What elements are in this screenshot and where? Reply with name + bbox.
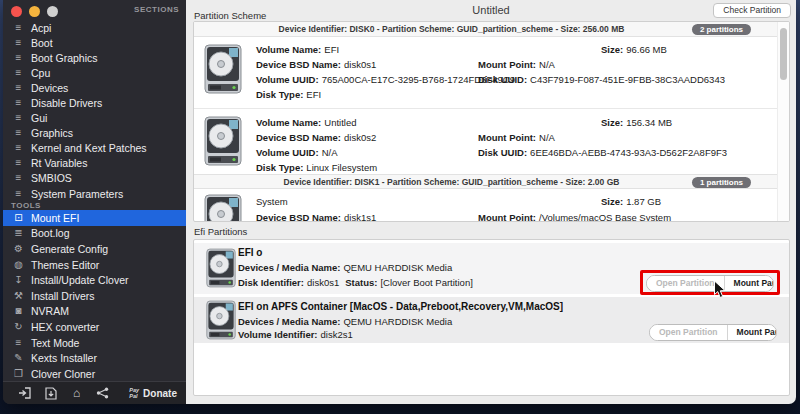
- disk-identifier-field: Disk Identifier:disk0s1Status:[Clover Bo…: [238, 277, 473, 288]
- sidebar-item-label: Kernel and Kext Patches: [31, 142, 147, 154]
- list-icon: ≡: [12, 53, 25, 63]
- sidebar-item-boot[interactable]: ≡Boot: [3, 35, 186, 50]
- sidebar-item-mount-efi[interactable]: ⊡Mount EFI: [3, 210, 186, 226]
- field-label: Mount Point:: [478, 132, 536, 143]
- desktop: SECTIONS ≡Acpi ≡Boot ≡Boot Graphics ≡Cpu…: [0, 0, 800, 414]
- field-value: N/A: [322, 147, 338, 158]
- field-label: Volume Name:: [256, 44, 321, 55]
- sections-list: ≡Acpi ≡Boot ≡Boot Graphics ≡Cpu ≡Devices…: [3, 20, 186, 201]
- export-document-icon[interactable]: [38, 387, 64, 400]
- sidebar-item-generate-config[interactable]: ⚙Generate Config: [3, 241, 186, 257]
- field-value: C43F7919-F087-451E-9FBB-38C3AADD6343: [530, 74, 725, 85]
- sidebar-item-install-update-clover[interactable]: ↧Install/Update Clover: [3, 272, 186, 288]
- share-icon[interactable]: [89, 387, 115, 399]
- donate-button[interactable]: Donate: [143, 388, 177, 399]
- sidebar-item-label: Cpu: [31, 67, 50, 79]
- bsd-name-field: Device BSD Name:disk0s1: [256, 59, 376, 70]
- scrollbar[interactable]: [777, 22, 789, 221]
- import-icon[interactable]: [12, 387, 38, 399]
- mount-partition-button[interactable]: Mount Partition: [727, 325, 777, 340]
- field-label: Mount Point:: [478, 212, 536, 222]
- paypal-logo[interactable]: Pay Pal: [129, 387, 139, 399]
- field-value: N/A: [539, 59, 555, 70]
- hard-disk-icon: [204, 194, 242, 222]
- sidebar-item-label: Install/Update Clover: [31, 274, 128, 286]
- field-value: disk0s1: [307, 277, 339, 288]
- scrollbar-thumb[interactable]: [780, 28, 787, 80]
- sidebar-item-install-drivers[interactable]: ⚒Install Drivers: [3, 288, 186, 304]
- window-controls: [11, 6, 58, 17]
- field-label: Device BSD Name:: [256, 212, 341, 222]
- sidebar-item-hex-converter[interactable]: ↻HEX converter: [3, 319, 186, 335]
- tools-list: ⊡Mount EFI ≣Boot.log ⚙Generate Config ◍T…: [3, 210, 186, 382]
- sidebar-item-label: NVRAM: [31, 305, 69, 317]
- sidebar-item-gui[interactable]: ≡Gui: [3, 111, 186, 126]
- field-value: /Volumes/macOS Base System: [539, 212, 671, 222]
- home-icon[interactable]: ⌂: [64, 387, 90, 399]
- field-value: Untitled: [324, 117, 356, 128]
- sidebar-item-label: Acpi: [31, 22, 51, 34]
- sidebar-item-label: Text Mode: [31, 337, 79, 349]
- sidebar-item-label: Generate Config: [31, 243, 108, 255]
- sidebar-item-boot-graphics[interactable]: ≡Boot Graphics: [3, 50, 186, 65]
- field-value: Linux Filesystem: [306, 162, 377, 173]
- disk-header-text: Device Identifier: DISK1 - Partition Sch…: [194, 177, 709, 187]
- mount-point-field: Mount Point:/Volumes/macOS Base System: [478, 212, 671, 222]
- efi-partitions-label: Efi Partitions: [194, 226, 247, 237]
- sidebar-item-kernel-kext-patches[interactable]: ≡Kernel and Kext Patches: [3, 141, 186, 156]
- volume-name-field: Volume Name:EFI: [256, 44, 339, 55]
- disk-header-text: Device Identifier: DISK0 - Partition Sch…: [194, 24, 709, 34]
- field-label: Volume UUID:: [256, 74, 319, 85]
- field-value: disk1s1: [344, 212, 376, 222]
- check-partition-button[interactable]: Check Partition: [713, 3, 791, 18]
- field-label: Volume Identifier:: [238, 329, 318, 340]
- efi-partition-title: EFI o: [238, 247, 262, 258]
- field-value: 6EE46BDA-AEBB-4743-93A3-D562F2A8F9F3: [530, 147, 727, 158]
- app-window: SECTIONS ≡Acpi ≡Boot ≡Boot Graphics ≡Cpu…: [3, 0, 796, 404]
- media-name-field: Devices / Media Name:QEMU HARDDISK Media: [238, 316, 452, 327]
- field-value: disk0s2: [344, 132, 376, 143]
- sidebar-item-disable-drivers[interactable]: ≡Disable Drivers: [3, 95, 186, 110]
- sidebar-item-nvram[interactable]: ◙NVRAM: [3, 304, 186, 320]
- field-value: QEMU HARDDISK Media: [343, 262, 452, 273]
- sidebar-item-cpu[interactable]: ≡Cpu: [3, 65, 186, 80]
- sidebar: SECTIONS ≡Acpi ≡Boot ≡Boot Graphics ≡Cpu…: [3, 0, 186, 404]
- field-value: 1.87 GB: [626, 196, 661, 207]
- field-label: Size:: [601, 44, 623, 55]
- zoom-button[interactable]: [47, 6, 58, 17]
- hard-disk-icon: [206, 300, 236, 340]
- field-label: Device BSD Name:: [256, 132, 341, 143]
- sidebar-item-kexts-installer[interactable]: ✎Kexts Installer: [3, 350, 186, 366]
- field-value: EFI: [306, 89, 321, 100]
- sidebar-item-boot-log[interactable]: ≣Boot.log: [3, 226, 186, 242]
- list-icon: ≡: [12, 143, 25, 153]
- field-value: 156.34 MB: [626, 117, 672, 128]
- efi-partitions-panel: EFI o Devices / Media Name:QEMU HARDDISK…: [193, 239, 790, 396]
- sidebar-item-graphics[interactable]: ≡Graphics: [3, 126, 186, 141]
- size-field: Size:1.87 GB: [601, 196, 661, 207]
- close-button[interactable]: [11, 6, 22, 17]
- partition-scheme-label: Partition Scheme: [194, 10, 266, 21]
- log-icon: ≣: [12, 228, 25, 238]
- sidebar-item-text-mode[interactable]: ≡Text Mode: [3, 335, 186, 351]
- sidebar-item-label: Install Drivers: [31, 290, 95, 302]
- sidebar-item-system-parameters[interactable]: ≡System Parameters: [3, 186, 186, 201]
- field-label: Status:: [345, 277, 377, 288]
- pencil-icon: ✎: [12, 353, 25, 363]
- open-partition-button[interactable]: Open Partition: [650, 325, 727, 340]
- sidebar-item-devices[interactable]: ≡Devices: [3, 80, 186, 95]
- partition-actions: Open Partition Mount Partition: [649, 324, 777, 341]
- minimize-button[interactable]: [29, 6, 40, 17]
- sidebar-item-clover-cloner[interactable]: ❐Clover Cloner: [3, 366, 186, 382]
- size-field: Size:96.66 MB: [601, 44, 667, 55]
- field-label: Devices / Media Name:: [238, 262, 340, 273]
- sidebar-item-acpi[interactable]: ≡Acpi: [3, 20, 186, 35]
- annotation-highlight: [640, 270, 780, 295]
- tools-header: TOOLS: [11, 201, 41, 210]
- field-value: QEMU HARDDISK Media: [343, 316, 452, 327]
- sidebar-item-smbios[interactable]: ≡SMBIOS: [3, 171, 186, 186]
- disk-utility-icon: ⊡: [12, 213, 25, 223]
- sidebar-item-themes-editor[interactable]: ◍Themes Editor: [3, 257, 186, 273]
- field-label: Size:: [601, 117, 623, 128]
- sidebar-item-rt-variables[interactable]: ≡Rt Variables: [3, 156, 186, 171]
